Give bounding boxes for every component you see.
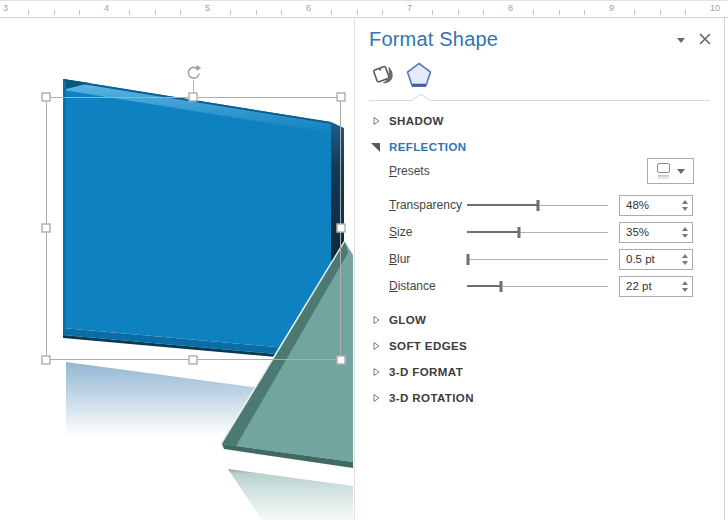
ruler-tick — [634, 10, 635, 15]
section-3d-format[interactable]: 3-D FORMAT — [355, 363, 724, 381]
section-soft-edges[interactable]: SOFT EDGES — [355, 337, 724, 355]
ruler-tick — [28, 10, 29, 15]
reflection-preset-icon — [657, 163, 670, 180]
spinner-value[interactable]: 48% — [620, 196, 678, 215]
transparency-slider[interactable] — [467, 195, 608, 216]
slider-fill — [467, 285, 501, 287]
expander-collapsed-icon — [371, 341, 381, 351]
tab-effects[interactable] — [402, 58, 436, 92]
spin-down-button[interactable] — [682, 234, 688, 238]
blur-slider[interactable] — [467, 249, 608, 270]
slider-thumb[interactable] — [536, 200, 539, 211]
spin-up-button[interactable] — [682, 227, 688, 231]
chevron-down-icon — [677, 169, 685, 174]
blur-label: Blur — [389, 249, 410, 270]
slider-fill — [467, 204, 538, 206]
section-label: SOFT EDGES — [389, 337, 467, 355]
spin-down-button[interactable] — [682, 207, 688, 211]
size-label: Size — [389, 222, 412, 243]
ruler-tick — [685, 10, 686, 15]
expander-collapsed-icon — [371, 367, 381, 377]
ruler-tick — [79, 10, 80, 15]
transparency-row: Transparency 48% — [355, 195, 724, 216]
spinner-value[interactable]: 0.5 pt — [620, 250, 678, 269]
selection-handle-s[interactable] — [189, 356, 198, 365]
ruler-number: 7 — [407, 2, 412, 14]
ruler-tick — [382, 10, 383, 15]
ruler-tick — [483, 10, 484, 15]
slider-track[interactable] — [467, 259, 608, 260]
section-glow[interactable]: GLOW — [355, 311, 724, 329]
size-spinner: 35% — [619, 222, 693, 243]
tab-fill-and-line[interactable] — [367, 58, 401, 92]
size-slider[interactable] — [467, 222, 608, 243]
ruler-tick — [559, 10, 560, 15]
section-reflection[interactable]: REFLECTION — [355, 138, 724, 156]
spin-up-button[interactable] — [682, 281, 688, 285]
transparency-spinner: 48% — [619, 195, 693, 216]
ruler-tick — [432, 10, 433, 15]
ruler-tick — [54, 10, 55, 15]
ruler-tick — [533, 10, 534, 15]
close-icon — [699, 33, 711, 45]
teal-shape-reflection — [228, 469, 353, 520]
selection-handle-ne[interactable] — [337, 93, 346, 102]
ruler-tick — [230, 10, 231, 15]
selection-handle-nw[interactable] — [42, 93, 51, 102]
rotation-handle-icon[interactable] — [185, 64, 202, 81]
size-row: Size 35% — [355, 222, 724, 243]
spin-up-button[interactable] — [682, 254, 688, 258]
chevron-down-icon — [677, 38, 685, 43]
selection-handle-n[interactable] — [189, 93, 198, 102]
spinner-value[interactable]: 35% — [620, 223, 678, 242]
expander-collapsed-icon — [371, 393, 381, 403]
spin-up-button[interactable] — [682, 200, 688, 204]
expander-collapsed-icon — [371, 116, 381, 126]
section-label: GLOW — [389, 311, 426, 329]
distance-spinner: 22 pt — [619, 276, 693, 297]
selection-handle-se[interactable] — [337, 356, 346, 365]
ruler-number: 8 — [508, 2, 513, 14]
slider-thumb[interactable] — [499, 281, 502, 292]
ruler-number: 5 — [205, 2, 210, 14]
slider-thumb[interactable] — [467, 254, 470, 265]
ruler-tick — [331, 10, 332, 15]
slider-thumb[interactable] — [518, 227, 521, 238]
section-label: SHADOW — [389, 112, 444, 130]
presets-dropdown-button[interactable] — [647, 158, 694, 184]
ruler-tick — [458, 10, 459, 15]
section-3d-rotation[interactable]: 3-D ROTATION — [355, 389, 724, 407]
distance-slider[interactable] — [467, 276, 608, 297]
presets-label: Presets — [389, 158, 430, 185]
pentagon-effects-icon — [404, 60, 434, 90]
close-pane-button[interactable] — [696, 30, 714, 48]
ruler-tick — [660, 10, 661, 15]
ruler-tick — [584, 10, 585, 15]
ruler-number: 4 — [104, 2, 109, 14]
pane-title: Format Shape — [369, 28, 498, 51]
ruler-tick — [281, 10, 282, 15]
pane-options-button[interactable] — [673, 34, 689, 48]
slider-fill — [467, 231, 519, 233]
distance-label: Distance — [389, 276, 436, 297]
blur-row: Blur 0.5 pt — [355, 249, 724, 270]
expander-collapsed-icon — [371, 315, 381, 325]
ruler-tick — [155, 10, 156, 15]
distance-row: Distance 22 pt — [355, 276, 724, 297]
spinner-value[interactable]: 22 pt — [620, 277, 678, 296]
format-shape-panel: Format Shape — [354, 18, 725, 520]
section-label: REFLECTION — [389, 138, 466, 156]
slide-canvas[interactable] — [0, 18, 353, 520]
expander-expanded-icon — [371, 143, 380, 152]
spin-down-button[interactable] — [682, 261, 688, 265]
spin-down-button[interactable] — [682, 288, 688, 292]
ruler-tick — [256, 10, 257, 15]
horizontal-ruler: 345678910 — [0, 0, 728, 18]
selection-handle-sw[interactable] — [42, 356, 51, 365]
ruler-number: 9 — [609, 2, 614, 14]
section-label: 3-D ROTATION — [389, 389, 474, 407]
selection-handle-w[interactable] — [42, 224, 51, 233]
section-shadow[interactable]: SHADOW — [355, 112, 724, 130]
selection-handle-e[interactable] — [337, 224, 346, 233]
application-window: 345678910 — [0, 0, 728, 520]
